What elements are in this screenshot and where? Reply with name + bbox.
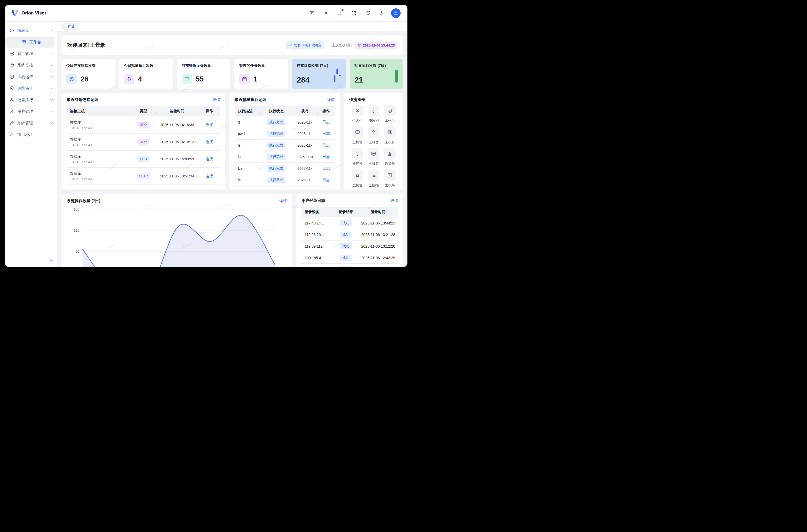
connect-time: 2025-11-06 14:10:12 xyxy=(156,140,198,144)
quick-action-asset-grant[interactable]: 资产授 xyxy=(349,148,366,166)
login-log-detail-link[interactable]: 详情 xyxy=(391,198,398,203)
stat-value: 1 xyxy=(253,75,257,83)
breadcrumb-workbench-tab[interactable]: 工作台 xyxy=(61,23,78,30)
log-link[interactable]: 日志 xyxy=(323,178,330,183)
quick-action-change-password[interactable]: 修改密 xyxy=(366,105,382,123)
workbench-monitor-icon xyxy=(22,40,26,44)
table-row: 数据库101.43.172.43 SFTP 2025-11-06 13:51:3… xyxy=(67,168,220,185)
system-ops-detail-link[interactable]: 详情 xyxy=(280,199,287,204)
mini-bar-icon xyxy=(394,68,399,86)
exec-status-badge: 执行完成 xyxy=(267,177,286,183)
terminal-records-title: 最近终端连接记录 xyxy=(67,97,98,102)
stat-card-terminal-7d: 连接终端次数 (7日) 284 xyxy=(292,59,345,89)
sidebar-item-label: 系统监控 xyxy=(17,63,50,68)
id-card-icon xyxy=(384,127,396,138)
log-link[interactable]: 日志 xyxy=(323,143,330,148)
log-link[interactable]: 日志 xyxy=(323,166,330,171)
exec-time: 2025-11- xyxy=(292,166,318,171)
quick-action-alarm-policy[interactable]: 告警策 xyxy=(382,148,398,166)
sidebar-item-project-link[interactable]: 项目地址 xyxy=(5,129,57,140)
protocol-badge: SFTP xyxy=(137,173,150,179)
avatar[interactable]: 王 xyxy=(391,8,401,18)
connect-link[interactable]: 连接 xyxy=(206,122,213,127)
table-row: 数据库101.43.172.43 RDP 2025-11-06 14:16:33… xyxy=(67,116,220,134)
protocol-badge: SSH xyxy=(137,156,149,162)
sidebar-item-system[interactable]: 系统管理 xyxy=(5,117,57,129)
connect-time: 2025-11-06 14:16:33 xyxy=(156,123,198,127)
login-log-title: 用户登录日志 xyxy=(302,198,325,203)
settings-gear-icon[interactable] xyxy=(377,9,386,18)
table-row: 139.185.4... 成功 2025-11-06 12:42:29 xyxy=(302,252,398,264)
connect-link[interactable]: 连接 xyxy=(206,174,213,178)
stat-value: 26 xyxy=(80,75,88,83)
sidebar-item-audit[interactable]: 运维审计 xyxy=(5,82,57,94)
batch-exec-detail-link[interactable]: 详情 xyxy=(327,97,334,102)
stat-title: 批量执行次数 (7日) xyxy=(354,63,399,68)
host-name: 数据库 xyxy=(70,154,81,159)
quick-action-host-key[interactable]: 主机密 xyxy=(366,127,382,145)
quick-action-host-terminal[interactable]: 主机终 xyxy=(382,170,398,188)
quick-action-label: 主机管 xyxy=(352,140,363,145)
code-square-icon[interactable] xyxy=(308,9,316,18)
table-row: fzx 执行完成 2025-11- 日志 xyxy=(235,163,334,174)
sidebar-item-host-ops[interactable]: 主机运维 xyxy=(5,71,57,82)
history-clock-icon xyxy=(66,74,77,84)
connect-link[interactable]: 连接 xyxy=(206,139,213,144)
exec-desc: pwd xyxy=(235,132,261,136)
quick-action-label: 主机身 xyxy=(385,140,395,145)
last-login-time: 2025-11-06 13:44:23 xyxy=(363,43,395,47)
sidebar-item-batch-exec[interactable]: 批量执行 xyxy=(5,94,57,106)
table-row: ls 执行完成 2025-11- 日志 xyxy=(235,174,334,186)
theme-sun-icon[interactable] xyxy=(322,9,330,18)
quick-action-host-monitor[interactable]: 主机监 xyxy=(366,148,382,166)
flask-icon xyxy=(384,148,396,159)
shield-check-icon xyxy=(368,105,379,116)
host-name: 数据库 xyxy=(70,137,81,142)
log-link[interactable]: 日志 xyxy=(323,155,330,159)
chevron-down-icon xyxy=(50,63,53,67)
monitor-icon xyxy=(9,74,14,79)
terminal-records-detail-link[interactable]: 详情 xyxy=(213,97,220,102)
sidebar-item-workbench[interactable]: 工作台 xyxy=(5,37,54,48)
exec-desc: ls xyxy=(235,120,261,124)
app-window: Orion Visor 王 仪表盘 工作台 资产 xyxy=(5,5,407,267)
quick-action-host-alarm[interactable]: 主机告 xyxy=(349,170,366,188)
login-time: 2025-11-06 13:12:20 xyxy=(359,244,398,248)
column-header: 类型 xyxy=(131,109,156,114)
table-header: 连接主机 类型 连接时间 操作 xyxy=(67,106,220,116)
quick-action-host-manage[interactable]: 主机管 xyxy=(349,127,366,145)
unread-messages-badge[interactable]: 您有 8 条未读消息 xyxy=(286,41,324,49)
quick-action-monitor-metrics[interactable]: 监控指 xyxy=(366,170,382,188)
user-icon xyxy=(9,109,14,114)
sidebar-item-assets[interactable]: 资产管理 xyxy=(5,48,57,59)
exec-time: 2025-11- xyxy=(292,178,318,182)
quick-action-personal-center[interactable]: 个人中 xyxy=(349,105,366,123)
exec-status-badge: 执行完成 xyxy=(267,165,286,172)
quick-action-label: 资产授 xyxy=(352,162,363,166)
exec-status-badge: 执行完成 xyxy=(267,154,286,160)
page-content: 欢迎回来! 王景豪 您有 8 条未读消息 上次登录时间 2025-11-06 1… xyxy=(57,31,407,267)
column-header: 连接时间 xyxy=(156,109,198,114)
sidebar-item-users[interactable]: 用户管理 xyxy=(5,106,57,117)
log-link[interactable]: 日志 xyxy=(323,120,330,125)
exec-status-badge: 执行完成 xyxy=(267,142,286,149)
quick-action-workbench[interactable]: 工作台 xyxy=(382,105,398,123)
quick-action-host-identity[interactable]: 主机身 xyxy=(382,127,398,145)
shield-check-icon xyxy=(352,148,363,159)
exec-desc: fzx xyxy=(235,166,261,171)
connect-link[interactable]: 连接 xyxy=(206,157,213,162)
notification-bell-icon[interactable] xyxy=(335,9,344,18)
collapse-sidebar-button[interactable] xyxy=(47,256,55,264)
unread-dot xyxy=(342,9,344,11)
table-row: 数据库101.43.172.43 SSH 2025-11-06 14:09:59… xyxy=(67,151,220,168)
sidebar-item-monitoring[interactable]: 系统监控 xyxy=(5,59,57,71)
refresh-icon[interactable] xyxy=(363,9,372,18)
login-result-badge: 成功 xyxy=(340,232,352,238)
host-name: 数据库 xyxy=(70,120,81,125)
log-link[interactable]: 日志 xyxy=(323,131,330,136)
sidebar-item-dashboard[interactable]: 仪表盘 xyxy=(5,25,57,36)
host-ip: 101.43.172.43 xyxy=(70,143,92,147)
table-header: 执行描述 执行状态 执行时间 操作 xyxy=(235,106,334,116)
table-row: ls 执行完成 2025-11-0 日志 xyxy=(235,151,334,163)
fullscreen-icon[interactable] xyxy=(349,9,358,18)
